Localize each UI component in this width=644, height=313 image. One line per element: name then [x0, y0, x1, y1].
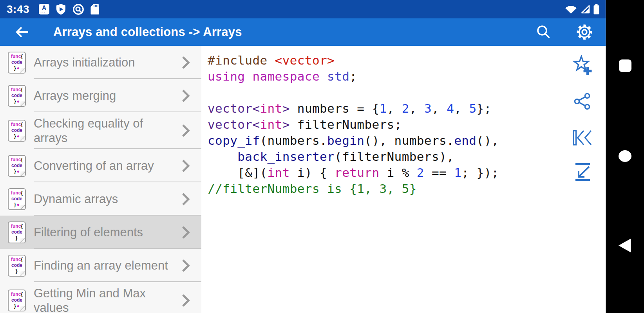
code-block: #include <vector>using namespace std; ve…	[208, 52, 606, 197]
sidebar-item-label: Arrays initialization	[34, 55, 135, 70]
code-line: vector<int> numbers = {1, 2, 3, 4, 5};	[208, 101, 606, 117]
sidebar-item-converting-of-an-array[interactable]: func{code}●Converting of an array	[0, 149, 201, 182]
status-bar-right	[565, 4, 606, 14]
share-icon[interactable]	[572, 91, 593, 112]
sidebar-item-filtering-of-elements[interactable]: func{code}Filtering of elements	[0, 216, 201, 249]
wifi-icon	[565, 5, 577, 14]
chevron-right-icon	[180, 124, 191, 138]
code-line: [&](int i) { return i % 2 == 1; });	[208, 165, 606, 181]
func-code-file-icon: func{code}●	[8, 155, 26, 177]
func-code-file-icon: func{code}●	[8, 290, 26, 311]
app-bar: Arrays and collections -> Arrays	[0, 18, 606, 46]
chevron-right-icon	[180, 192, 191, 206]
code-line: vector<int> filterNumbers;	[208, 117, 606, 133]
sidebar-item-label: Dynamic arrays	[34, 192, 118, 206]
status-bar-left: 3:43 A···	[0, 3, 99, 16]
sidebar-item-arrays-merging[interactable]: func{code}●Arrays merging	[0, 79, 201, 112]
code-line	[208, 85, 606, 101]
settings-gear-icon[interactable]	[575, 23, 594, 41]
code-panel: #include <vector>using namespace std; ve…	[201, 46, 606, 313]
func-code-file-icon: func{code}●	[8, 188, 26, 210]
code-line: copy_if(numbers.begin(), numbers.end(),	[208, 133, 606, 149]
android-nav-bar	[606, 0, 644, 313]
func-code-file-icon: func{code}●	[8, 120, 26, 142]
main-content: func{code}●Arrays initializationfunc{cod…	[0, 46, 606, 313]
sidebar-item-dynamic-arrays[interactable]: func{code}●Dynamic arrays	[0, 182, 201, 216]
sidebar-item-label: Filtering of elements	[34, 225, 143, 239]
code-line: using namespace std;	[208, 68, 606, 85]
search-icon[interactable]	[535, 24, 552, 40]
import-down-left-icon[interactable]	[572, 161, 593, 182]
app-window: 3:43 A···	[0, 0, 606, 313]
action-rail	[572, 46, 593, 313]
android-q-icon	[72, 4, 84, 15]
back-arrow-icon[interactable]	[14, 24, 30, 40]
page-title: Arrays and collections -> Arrays	[53, 25, 242, 39]
home-circle-button[interactable]	[619, 150, 631, 162]
chevron-right-icon	[180, 225, 191, 239]
code-line: back_inserter(filterNumbers),	[208, 149, 606, 165]
topics-sidebar: func{code}●Arrays initializationfunc{cod…	[0, 46, 201, 313]
play-protect-shield-icon	[56, 4, 66, 15]
sidebar-item-getting-min-and-max-values[interactable]: func{code}●Getting Min and Max values	[0, 282, 201, 313]
func-code-file-icon: func{code}	[8, 255, 26, 277]
chevron-right-icon	[180, 259, 191, 273]
sidebar-item-label: Converting of an array	[34, 158, 154, 173]
sidebar-item-label: Checking equality of arrays	[34, 116, 177, 145]
sidebar-item-label: Getting Min and Max values	[34, 286, 177, 313]
sidebar-item-arrays-initialization[interactable]: func{code}●Arrays initialization	[0, 46, 201, 79]
android-screen: 3:43 A···	[0, 0, 644, 313]
sidebar-item-label: Arrays merging	[34, 88, 116, 103]
func-code-file-icon: func{code}●	[8, 85, 26, 107]
clock: 3:43	[7, 3, 29, 16]
code-line: //filterNumbers is {1, 3, 5}	[208, 181, 606, 197]
battery-icon	[593, 4, 599, 14]
status-bar: 3:43 A···	[0, 0, 606, 18]
func-code-file-icon: func{code}●	[8, 52, 26, 74]
sidebar-item-finding-an-array-element[interactable]: func{code}Finding an array element	[0, 249, 201, 282]
sd-card-icon	[90, 4, 99, 15]
chevron-right-icon	[180, 56, 191, 70]
cell-signal-icon	[581, 5, 590, 14]
code-line: #include <vector>	[208, 52, 606, 68]
sidebar-item-checking-equality-of-arrays[interactable]: func{code}●Checking equality of arrays	[0, 112, 201, 149]
chevron-right-icon	[180, 89, 191, 103]
autofill-a-icon: A···	[39, 4, 49, 14]
func-code-file-icon: func{code}	[8, 221, 26, 243]
chevron-right-icon	[180, 293, 191, 308]
favorite-add-star-icon[interactable]	[572, 55, 593, 76]
back-triangle-button[interactable]	[619, 239, 631, 252]
recents-square-button[interactable]	[619, 59, 631, 72]
sidebar-item-label: Finding an array element	[34, 258, 168, 273]
skip-to-start-icon[interactable]	[572, 127, 593, 148]
chevron-right-icon	[180, 159, 191, 173]
